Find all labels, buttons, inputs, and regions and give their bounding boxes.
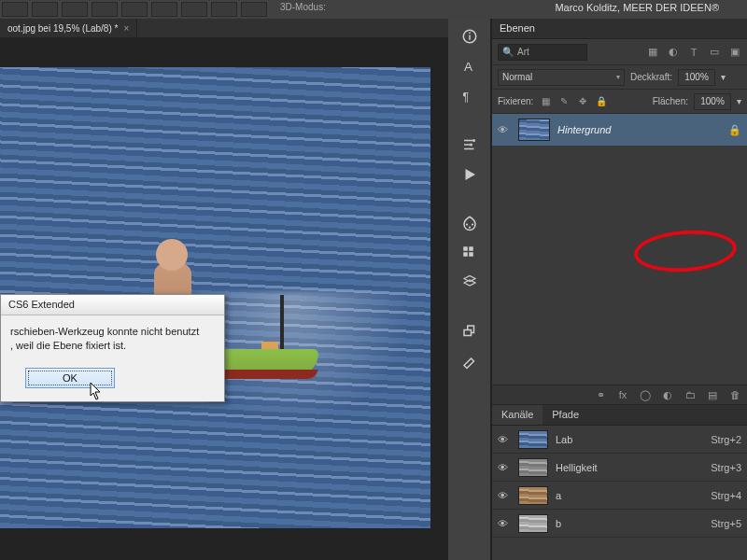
filter-type-icon[interactable]: T (687, 46, 700, 59)
canvas-area: CS6 Extended rschieben-Werkzeug konnte n… (0, 37, 448, 560)
collapsed-panel-strip: A ¶ (448, 19, 491, 560)
layers-panel-tab[interactable]: Ebenen (492, 19, 747, 39)
layer-row-background[interactable]: 👁 Hintergrund 🔒 (492, 114, 747, 146)
options-bar-icons (0, 0, 269, 19)
header-brand: Marco Kolditz, MEER DER IDEEN® (555, 2, 719, 13)
fill-value[interactable]: 100% (694, 93, 731, 110)
brush-panel-icon[interactable] (458, 349, 482, 373)
delete-icon[interactable]: 🗑 (728, 388, 741, 401)
opacity-label: Deckkraft: (630, 72, 672, 82)
filter-shape-icon[interactable]: ▭ (708, 46, 721, 59)
channel-thumbnail (518, 514, 548, 533)
channel-shortcut: Strg+4 (711, 490, 741, 501)
visibility-toggle-icon[interactable]: 👁 (498, 124, 511, 135)
link-layers-icon[interactable]: ⚭ (594, 388, 607, 401)
align-icon[interactable] (151, 2, 177, 17)
lock-icon[interactable]: 🔒 (728, 124, 741, 136)
lock-position-icon[interactable]: ✥ (576, 95, 589, 108)
svg-point-5 (472, 139, 475, 142)
paragraph-panel-icon[interactable]: ¶ (458, 84, 482, 108)
lock-pixels-icon[interactable]: ▦ (539, 95, 552, 108)
align-icon[interactable] (2, 2, 28, 17)
filter-smart-icon[interactable]: ▣ (728, 46, 741, 59)
chevron-down-icon[interactable]: ▾ (737, 96, 741, 106)
svg-point-7 (465, 223, 467, 225)
blend-mode-value: Normal (502, 72, 532, 82)
tab-channels[interactable]: Kanäle (492, 405, 543, 425)
layer-style-icon[interactable]: fx (616, 388, 629, 401)
filter-pixel-icon[interactable]: ▦ (646, 46, 659, 59)
svg-text:¶: ¶ (462, 91, 468, 104)
channel-name: a (556, 490, 561, 501)
channel-shortcut: Strg+2 (711, 434, 741, 445)
opacity-value[interactable]: 100% (678, 69, 715, 86)
mouse-cursor-icon (90, 383, 103, 401)
align-icon[interactable] (92, 2, 118, 17)
channel-row[interactable]: 👁 b Strg+5 (492, 510, 747, 538)
chevron-down-icon: ▾ (616, 73, 620, 81)
filter-adjustment-icon[interactable]: ◐ (667, 46, 680, 59)
close-icon[interactable]: × (123, 23, 129, 34)
channel-row[interactable]: 👁 a Strg+4 (492, 482, 747, 510)
channels-tabs: Kanäle Pfade (492, 405, 747, 426)
svg-rect-14 (464, 330, 472, 336)
layer-mask-icon[interactable]: ◯ (639, 388, 652, 401)
actions-panel-icon[interactable] (458, 162, 482, 187)
channel-shortcut: Strg+5 (711, 518, 741, 529)
swatches-panel-icon[interactable] (458, 211, 482, 235)
visibility-toggle-icon[interactable]: 👁 (498, 434, 511, 445)
chevron-down-icon[interactable]: ▾ (721, 72, 726, 82)
lock-all-icon[interactable]: 🔒 (595, 95, 608, 108)
info-panel-icon[interactable] (458, 24, 482, 49)
channel-row[interactable]: 👁 Lab Strg+2 (492, 426, 747, 454)
blend-mode-dropdown[interactable]: Normal ▾ (498, 69, 625, 86)
distribute-icon[interactable] (241, 2, 267, 17)
clone-panel-icon[interactable] (458, 319, 482, 343)
channel-name: b (556, 518, 561, 529)
lock-label: Fixieren: (498, 96, 533, 106)
svg-rect-11 (469, 246, 473, 251)
svg-point-9 (471, 223, 472, 225)
svg-text:A: A (464, 60, 472, 74)
channel-name: Helligkeit (556, 462, 598, 473)
character-panel-icon[interactable]: A (458, 54, 482, 78)
svg-rect-12 (463, 252, 468, 257)
adjustment-stack-icon[interactable] (458, 271, 482, 295)
lock-paint-icon[interactable]: ✎ (557, 95, 571, 108)
dialog-title: CS6 Extended (1, 295, 224, 315)
tab-paths[interactable]: Pfade (543, 405, 588, 425)
annotation-circle (633, 227, 739, 275)
svg-rect-1 (469, 35, 471, 40)
blend-mode-row: Normal ▾ Deckkraft: 100% ▾ (492, 65, 747, 90)
document-tab-label: oot.jpg bei 19,5% (Lab/8) * (7, 23, 118, 34)
adjustments-panel-icon[interactable] (458, 133, 482, 157)
channel-thumbnail (518, 486, 548, 505)
styles-panel-icon[interactable] (458, 241, 482, 265)
layer-name[interactable]: Hintergrund (557, 124, 611, 135)
dialog-message: rschieben-Werkzeug konnte nicht benutzt … (1, 315, 224, 362)
document-tab[interactable]: oot.jpg bei 19,5% (Lab/8) * × (0, 19, 137, 37)
distribute-icon[interactable] (211, 2, 237, 17)
new-adjustment-icon[interactable]: ◐ (661, 388, 674, 401)
visibility-toggle-icon[interactable]: 👁 (498, 462, 511, 473)
layer-thumbnail[interactable] (518, 119, 550, 141)
options-bar: 3D-Modus: Marco Kolditz, MEER DER IDEEN® (0, 0, 747, 19)
distribute-icon[interactable] (181, 2, 207, 17)
svg-point-8 (468, 226, 470, 228)
dialog-message-line: , weil die Ebene fixiert ist. (10, 339, 215, 353)
align-icon[interactable] (62, 2, 88, 17)
new-group-icon[interactable]: 🗀 (684, 388, 697, 401)
search-icon: 🔍 (502, 47, 514, 57)
visibility-toggle-icon[interactable]: 👁 (498, 518, 511, 529)
layer-filter-type[interactable]: 🔍 Art (498, 44, 587, 61)
align-icon[interactable] (121, 2, 148, 17)
layer-filter-icons: ▦ ◐ T ▭ ▣ (646, 46, 741, 59)
dialog-message-line: rschieben-Werkzeug konnte nicht benutzt (10, 325, 215, 339)
svg-rect-13 (469, 252, 473, 257)
new-layer-icon[interactable]: ▤ (706, 388, 719, 401)
align-icon[interactable] (32, 2, 58, 17)
visibility-toggle-icon[interactable]: 👁 (498, 490, 511, 501)
error-dialog: CS6 Extended rschieben-Werkzeug konnte n… (0, 294, 225, 402)
channel-row[interactable]: 👁 Helligkeit Strg+3 (492, 454, 747, 482)
layers-panel-footer: ⚭ fx ◯ ◐ 🗀 ▤ 🗑 (492, 385, 747, 405)
